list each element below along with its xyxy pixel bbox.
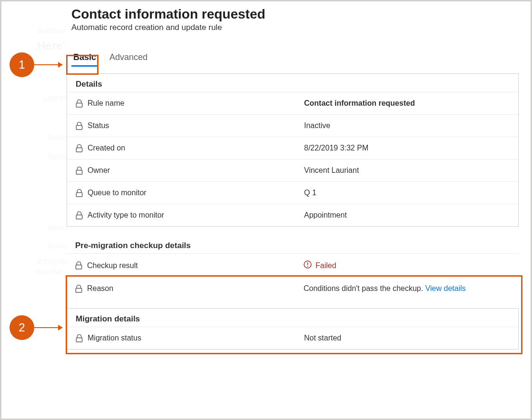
underlay-text: Summary: [37, 27, 69, 35]
row-checkup-result: Checkup result Failed: [67, 253, 519, 277]
queue-label: Queue to monitor: [88, 189, 147, 197]
status-label: Status: [88, 121, 109, 130]
row-migration-status: Migration status Not started: [67, 327, 518, 349]
svg-rect-2: [76, 148, 82, 152]
svg-rect-5: [76, 215, 82, 219]
reason-value: Conditions didn't pass the checkup. View…: [304, 284, 510, 293]
row-status: Status Inactive: [67, 114, 518, 137]
lock-icon: [75, 285, 82, 293]
row-owner: Owner Vincent Lauriant: [67, 159, 518, 181]
lock-icon: [76, 122, 83, 130]
created-on-value: 8/22/2019 3:32 PM: [304, 144, 510, 152]
callout-arrow-2: [34, 327, 62, 328]
migration-section-title: Migration details: [67, 309, 518, 327]
lock-icon: [76, 167, 83, 175]
callout-badge-2: 2: [10, 315, 34, 340]
page-subtitle: Automatic record creation and update rul…: [71, 23, 523, 32]
queue-value: Q 1: [304, 189, 510, 197]
details-card: Details Rule name Contact information re…: [67, 73, 519, 227]
callout-badge-1: 1: [10, 52, 34, 77]
view-details-link[interactable]: View details: [425, 284, 466, 292]
svg-rect-10: [76, 288, 81, 292]
svg-rect-0: [76, 103, 82, 107]
svg-rect-4: [76, 192, 82, 197]
record-panel: Contact information requested Automatic …: [67, 7, 523, 358]
svg-rect-1: [76, 125, 82, 130]
callout-arrow-1: [34, 64, 62, 65]
checkup-result-value: Failed: [304, 260, 510, 270]
premigration-section-title: Pre-migration checkup details: [67, 235, 519, 253]
tab-advanced[interactable]: Advanced: [108, 50, 149, 67]
lock-icon: [76, 211, 83, 220]
row-created-on: Created on 8/22/2019 3:32 PM: [67, 137, 518, 159]
activity-type-value: Appointment: [304, 211, 510, 220]
lock-icon: [75, 261, 82, 270]
created-on-label: Created on: [88, 144, 125, 152]
checkup-result-label: Checkup result: [87, 261, 138, 270]
error-icon: [304, 260, 312, 270]
page-title: Contact information requested: [71, 7, 523, 22]
row-reason: Reason Conditions didn't pass the checku…: [67, 277, 519, 300]
details-section-title: Details: [67, 74, 518, 92]
svg-rect-3: [76, 170, 82, 174]
svg-rect-6: [76, 265, 81, 269]
svg-point-9: [307, 266, 308, 267]
row-activity-type: Activity type to monitor Appointment: [67, 204, 518, 226]
owner-label: Owner: [88, 166, 110, 175]
reason-label: Reason: [87, 284, 113, 293]
premigration-card: Pre-migration checkup details Checkup re…: [67, 235, 519, 300]
lock-icon: [76, 144, 83, 152]
migration-status-value: Not started: [304, 334, 510, 342]
activity-type-label: Activity type to monitor: [88, 211, 164, 220]
lock-icon: [76, 100, 83, 108]
migration-card: Migration details Migration status Not s…: [67, 308, 519, 350]
migration-status-label: Migration status: [88, 334, 141, 342]
status-value: Inactive: [304, 121, 510, 130]
underlay-text: inactive: [37, 268, 63, 276]
owner-value: Vincent Lauriant: [304, 166, 510, 175]
row-rule-name: Rule name Contact information requested: [67, 92, 518, 114]
lock-icon: [76, 189, 83, 197]
rule-name-label: Rule name: [88, 99, 124, 108]
row-queue: Queue to monitor Q 1: [67, 181, 518, 204]
tab-strip: Basic Advanced: [71, 50, 523, 67]
lock-icon: [76, 334, 83, 342]
rule-name-value: Contact information requested: [304, 99, 510, 108]
tab-basic[interactable]: Basic: [71, 50, 98, 67]
svg-rect-11: [76, 338, 82, 342]
